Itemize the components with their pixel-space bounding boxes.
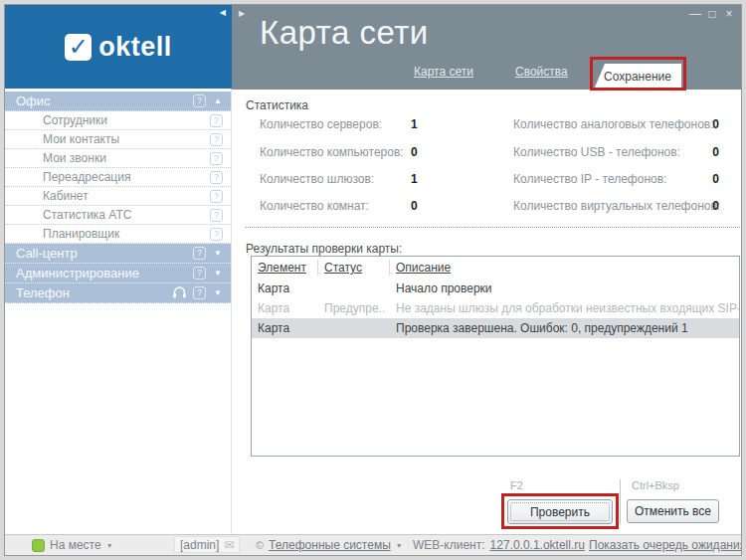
stat-value: 0 <box>679 145 719 159</box>
cancel-shortcut-label: Ctrl+Bksp <box>632 479 679 491</box>
headset-icon <box>172 286 187 299</box>
maximize-button[interactable]: □ <box>705 7 719 21</box>
chevron-down-icon: ▼ <box>213 249 223 258</box>
table-row[interactable]: Карта Предупре.. Не заданы шлюзы для обр… <box>252 298 739 318</box>
company-link[interactable]: Телефонные системы <box>269 538 391 552</box>
stat-label: Количество серверов: <box>260 117 382 131</box>
help-icon[interactable]: ? <box>193 94 206 107</box>
sidebar-group-label: Офис <box>16 93 51 108</box>
sidebar-item-forwarding[interactable]: Переадресация ? <box>5 168 231 187</box>
web-client-url-link[interactable]: 127.0.0.1.oktell.ru <box>490 538 585 552</box>
sidebar-group-label: Call-центр <box>16 246 78 261</box>
cancel-all-button[interactable]: Отменить все <box>627 499 719 523</box>
stat-value: 1 <box>411 117 451 131</box>
status-bar: На месте ▼ [admin] ✉ © Телефонные систем… <box>5 534 741 555</box>
section-divider <box>246 227 740 228</box>
stat-label: Количество комнат: <box>260 199 369 213</box>
close-button[interactable]: × <box>722 7 736 21</box>
sidebar: ◀ ✓ oktell Офис ? ▲ Сотрудники ? Мои кон… <box>5 5 232 536</box>
app-window: ◀ ✓ oktell Офис ? ▲ Сотрудники ? Мои кон… <box>4 4 742 556</box>
stat-value: 0 <box>679 172 719 186</box>
stat-value: 0 <box>679 199 719 213</box>
envelope-icon[interactable]: ✉ <box>224 538 234 552</box>
help-icon[interactable]: ? <box>210 190 223 203</box>
main-panel: ▶ — □ × Карта сети Карта сети Свойства С… <box>232 5 741 536</box>
help-icon[interactable]: ? <box>210 209 223 222</box>
logo-text: oktell <box>98 32 172 63</box>
chevron-down-icon: ▼ <box>396 542 403 549</box>
help-icon[interactable]: ? <box>210 133 223 146</box>
column-header-status[interactable]: Статус <box>318 260 390 276</box>
help-icon[interactable]: ? <box>193 247 206 260</box>
sidebar-group-office[interactable]: Офис ? ▲ <box>5 92 231 111</box>
oktell-logo: ✓ oktell <box>5 31 232 63</box>
help-icon[interactable]: ? <box>210 114 223 127</box>
sidebar-item-label: Планировщик <box>43 227 119 241</box>
panel-expand-icon[interactable]: ▶ <box>239 9 245 18</box>
sidebar-item-my-calls[interactable]: Мои звонки ? <box>5 149 231 168</box>
current-user[interactable]: [admin] ✉ <box>174 536 240 553</box>
check-shortcut-label: F2 <box>510 479 523 491</box>
presence-selector[interactable]: На месте ▼ <box>32 535 113 555</box>
presence-label: На месте <box>50 538 101 552</box>
web-client-info: WEB-клиент: 127.0.0.1.oktell.ru <box>413 535 585 555</box>
chevron-down-icon: ▼ <box>213 288 223 297</box>
help-icon[interactable]: ? <box>210 152 223 165</box>
stat-value: 1 <box>411 172 451 186</box>
check-results-table: Элемент Статус Описание Карта Начало про… <box>251 256 740 457</box>
tab-network-map[interactable]: Карта сети <box>414 65 473 79</box>
sidebar-item-label: Переадресация <box>43 170 130 184</box>
help-icon[interactable]: ? <box>210 171 223 184</box>
chevron-up-icon: ▲ <box>213 96 223 105</box>
stat-label: Количество шлюзов: <box>260 172 374 186</box>
sidebar-item-employees[interactable]: Сотрудники ? <box>5 111 231 130</box>
page-header: ▶ — □ × Карта сети Карта сети Свойства С… <box>232 5 741 90</box>
minimize-button[interactable]: — <box>688 7 702 21</box>
stat-label: Количество IP - телефонов: <box>513 172 666 186</box>
sidebar-collapse-icon[interactable]: ◀ <box>220 8 226 18</box>
chevron-down-icon: ▼ <box>213 269 223 278</box>
statistics-section-title: Статистика <box>246 98 308 112</box>
sidebar-group-phone[interactable]: Телефон ? ▼ <box>5 283 231 303</box>
help-icon[interactable]: ? <box>210 228 223 241</box>
sidebar-item-label: Мои звонки <box>43 151 106 165</box>
waiting-queue: Показать очередь ожидания <box>589 535 742 555</box>
sidebar-group-label: Телефон <box>16 285 70 300</box>
results-section-title: Результаты проверки карты: <box>246 242 402 256</box>
presence-status-icon <box>32 539 45 552</box>
stat-label: Количество компьютеров: <box>260 145 404 159</box>
stat-value: 0 <box>411 199 451 213</box>
window-controls: — □ × <box>688 7 736 21</box>
button-divider <box>620 479 621 524</box>
sidebar-group-call-center[interactable]: Call-центр ? ▼ <box>5 244 231 264</box>
web-client-label: WEB-клиент: <box>413 538 485 552</box>
column-header-description[interactable]: Описание <box>390 261 739 275</box>
logo-check-icon: ✓ <box>65 34 92 61</box>
help-icon[interactable]: ? <box>193 267 206 280</box>
sidebar-item-my-contacts[interactable]: Мои контакты ? <box>5 130 231 149</box>
table-header-row: Элемент Статус Описание <box>252 257 739 279</box>
sidebar-item-label: Статистика АТС <box>43 208 131 222</box>
company-menu[interactable]: © Телефонные системы ▼ <box>256 535 403 555</box>
check-button[interactable]: Проверить <box>507 499 613 524</box>
tab-properties[interactable]: Свойства <box>515 65 568 79</box>
help-icon[interactable]: ? <box>193 286 206 299</box>
stat-label: Количество USB - телефонов: <box>513 145 680 159</box>
tab-save-active[interactable]: Сохранение <box>594 64 681 90</box>
stat-value: 0 <box>679 117 719 131</box>
sidebar-item-scheduler[interactable]: Планировщик ? <box>5 225 231 244</box>
stat-value: 0 <box>411 145 451 159</box>
sidebar-logo-block: ◀ ✓ oktell <box>5 5 232 89</box>
table-row[interactable]: Карта Начало проверки <box>252 279 739 298</box>
copyright-icon: © <box>256 539 264 551</box>
save-tab-content: Статистика Количество серверов: 1 Количе… <box>232 90 741 536</box>
page-title: Карта сети <box>260 14 429 52</box>
show-queue-link[interactable]: Показать очередь ожидания <box>589 538 742 552</box>
sidebar-group-administration[interactable]: Администрирование ? ▼ <box>5 264 231 283</box>
sidebar-item-pbx-statistics[interactable]: Статистика АТС ? <box>5 206 231 225</box>
sidebar-item-cabinet[interactable]: Кабинет ? <box>5 187 231 206</box>
column-header-element[interactable]: Элемент <box>252 260 318 276</box>
sidebar-item-label: Сотрудники <box>43 113 107 127</box>
sidebar-menu: Офис ? ▲ Сотрудники ? Мои контакты ? Мои… <box>5 92 231 303</box>
table-row-selected[interactable]: Карта Проверка завершена. Ошибок: 0, пре… <box>252 318 739 338</box>
